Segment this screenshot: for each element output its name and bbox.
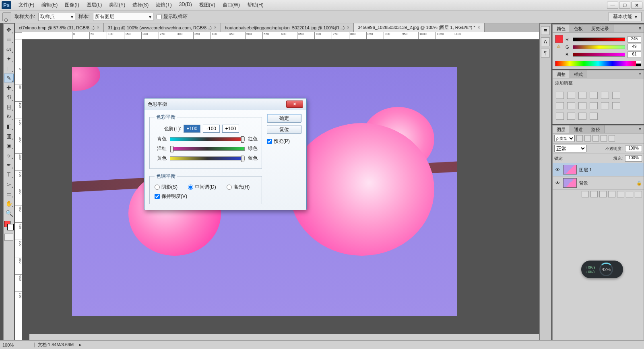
adj-gradientmap-icon[interactable] [578, 113, 586, 120]
delete-icon[interactable] [635, 191, 642, 197]
tool-path-select[interactable]: ▻ [4, 180, 14, 189]
filter-shape-icon[interactable] [601, 135, 607, 142]
tab-swatches[interactable]: 色板 [570, 25, 587, 32]
tab-paths[interactable]: 路径 [587, 125, 605, 133]
tool-move[interactable]: ✥ [4, 25, 14, 34]
layer-row[interactable]: 👁 图层 1 [553, 163, 644, 177]
menu-edit[interactable]: 编辑(E) [38, 0, 61, 10]
menu-window[interactable]: 窗口(W) [219, 0, 243, 10]
maximize-button[interactable]: ▢ [619, 2, 630, 9]
tab-color[interactable]: 颜色 [553, 25, 570, 32]
close-button[interactable]: × [631, 2, 642, 9]
adj-cb-icon[interactable] [556, 102, 564, 109]
b-value[interactable]: 61 [627, 51, 641, 58]
sample-layers-select[interactable]: 所有图层▾ [93, 13, 153, 21]
fill-value[interactable]: 100% [625, 155, 642, 162]
adj-lookup-icon[interactable] [601, 102, 609, 109]
canvas-viewport[interactable]: 色彩平衡 × 色彩平衡 色阶(L): [22, 39, 539, 340]
tool-eraser[interactable]: ◧ [4, 122, 14, 131]
tool-crop[interactable]: ◫ [4, 64, 14, 73]
character-icon[interactable]: A [541, 37, 550, 46]
close-icon[interactable]: × [97, 25, 99, 30]
menu-3d[interactable]: 3D(D) [176, 0, 195, 10]
adj-curves-icon[interactable] [578, 92, 586, 99]
preserve-luminosity-checkbox[interactable]: 保持明度(V) [155, 193, 258, 200]
filter-type-icon[interactable] [592, 135, 599, 142]
group-icon[interactable] [617, 191, 624, 197]
adj-exposure-icon[interactable] [590, 92, 598, 99]
background-color[interactable] [7, 224, 14, 230]
tab-layers[interactable]: 图层 [553, 125, 570, 133]
adj-brightness-icon[interactable] [556, 92, 564, 99]
layer-row[interactable]: 👁 背景 🔒 [553, 177, 644, 190]
level-yellow-blue-input[interactable] [222, 125, 239, 133]
adj-bw-icon[interactable] [567, 102, 575, 109]
menu-select[interactable]: 选择(S) [129, 0, 152, 10]
g-slider[interactable] [573, 45, 625, 49]
menu-layer[interactable]: 图层(L) [83, 0, 105, 10]
adj-levels-icon[interactable] [567, 92, 575, 99]
link-layers-icon[interactable] [582, 191, 589, 197]
doc-tab-1[interactable]: 31.jpg @ 100% (www.coreldrawchina.com, R… [104, 23, 221, 32]
adj-invert-icon[interactable] [612, 102, 620, 109]
fx-icon[interactable] [590, 191, 598, 197]
filter-kind-select[interactable]: ρ 类型 [554, 135, 575, 142]
doc-tab-3[interactable]: 3456996_102850303139_2.jpg @ 100% (图层 1,… [354, 23, 485, 32]
layer-thumbnail[interactable] [563, 178, 577, 188]
tool-gradient[interactable]: ▥ [4, 131, 14, 140]
tool-dodge[interactable]: ☼ [4, 151, 14, 160]
r-value[interactable]: 245 [627, 36, 641, 43]
level-magenta-green-input[interactable] [203, 125, 220, 133]
adj-selective-icon[interactable] [590, 113, 598, 120]
r-slider[interactable] [573, 37, 625, 41]
eyedropper-icon[interactable] [2, 12, 11, 21]
midtones-radio[interactable]: 中间调(D) [188, 184, 216, 191]
workspace-switcher[interactable]: 基本功能 ▾ [609, 12, 642, 21]
show-sample-ring-checkbox[interactable]: 显示取样环 [157, 13, 188, 20]
tool-rectangle[interactable]: ▭ [4, 189, 14, 198]
tool-lasso[interactable]: ᔕ [4, 45, 14, 53]
panel-menu-icon[interactable]: ≡ [636, 125, 644, 133]
tab-history[interactable]: 历史记录 [587, 25, 613, 32]
close-icon[interactable]: × [214, 25, 217, 30]
ruler-vertical[interactable]: 050100150200250300350400450500550600650 [15, 39, 22, 340]
close-icon[interactable]: × [347, 25, 349, 30]
tool-stamp[interactable]: ⌸ [4, 103, 14, 111]
layer-name[interactable]: 图层 1 [579, 167, 642, 173]
tool-hand[interactable]: ✋ [4, 199, 14, 208]
tool-eyedropper[interactable]: ✎ [4, 74, 14, 82]
doc-tab-2[interactable]: houtaobaisebeijinggaoqingtupian_5022014.… [221, 23, 354, 32]
tool-marquee[interactable]: ▭ [4, 35, 14, 44]
filter-smart-icon[interactable] [609, 135, 615, 142]
quickmask-toggle[interactable] [4, 234, 13, 241]
menu-view[interactable]: 视图(V) [196, 0, 219, 10]
horizontal-scrollbar[interactable] [29, 334, 539, 340]
shadows-radio[interactable]: 阴影(S) [155, 184, 178, 191]
zoom-level[interactable]: 100% [0, 343, 35, 347]
g-value[interactable]: 49 [627, 44, 641, 50]
menu-filter[interactable]: 滤镜(T) [153, 0, 175, 10]
b-slider[interactable] [573, 53, 625, 57]
chevron-right-icon[interactable]: ▸ [79, 342, 82, 347]
blend-mode-select[interactable]: 正常 [554, 145, 586, 152]
filter-pixel-icon[interactable] [576, 135, 583, 142]
mask-icon[interactable] [599, 191, 607, 197]
visibility-toggle[interactable]: 👁 [554, 181, 561, 185]
paragraph-icon[interactable]: ¶ [541, 49, 550, 57]
color-spectrum[interactable] [555, 61, 641, 66]
preview-checkbox[interactable]: 预览(P) [267, 138, 301, 145]
doc-info[interactable]: 文档:1.84M/3.69M [35, 342, 77, 348]
dialog-titlebar[interactable]: 色彩平衡 × [144, 99, 306, 110]
tool-pen[interactable]: ✒ [4, 160, 14, 169]
tool-zoom[interactable]: 🔍 [4, 209, 14, 218]
level-cyan-red-input[interactable] [184, 125, 200, 133]
network-speed-widget[interactable]: ↑ 0K/s ↓ 0K/s 42% [581, 261, 623, 278]
filter-adjust-icon[interactable] [584, 135, 591, 142]
minimize-button[interactable]: — [607, 2, 618, 9]
ruler-horizontal[interactable]: 0501001502002503003504004505005506006507… [22, 32, 539, 39]
cyan-red-slider[interactable] [170, 137, 245, 141]
panel-menu-icon[interactable]: ≡ [636, 70, 644, 78]
tool-history-brush[interactable]: ↻ [4, 112, 14, 121]
yellow-blue-slider[interactable] [170, 156, 245, 160]
fg-swatch[interactable] [555, 35, 563, 43]
